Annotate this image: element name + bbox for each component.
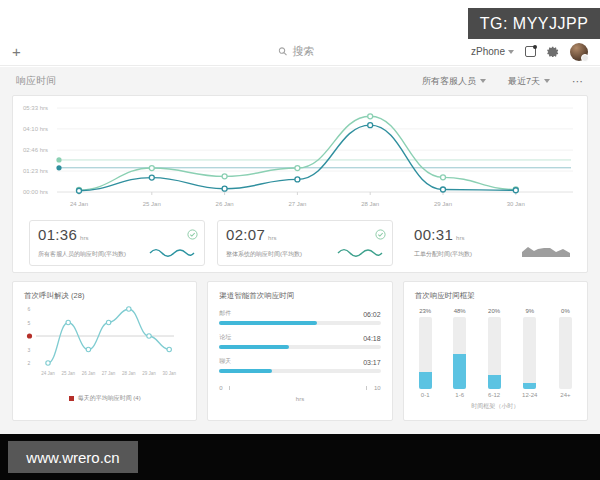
chevron-down-icon bbox=[480, 79, 486, 83]
agent-filter-dropdown[interactable]: 所有客服人员 bbox=[422, 75, 486, 88]
dashboard-header: 响应时间 所有客服人员 最近7天 ⋯ bbox=[0, 67, 600, 95]
svg-text:24 Jan: 24 Jan bbox=[41, 371, 55, 376]
kpi-label: 整体系统的响应时间(平均数) bbox=[226, 250, 302, 259]
watermark-top: TG: MYYJJPP bbox=[468, 8, 600, 39]
data-point bbox=[295, 166, 300, 171]
average-marker bbox=[56, 157, 61, 162]
kpi-value: 00:31 bbox=[414, 226, 453, 243]
svg-text:27 Jan: 27 Jan bbox=[102, 371, 116, 376]
app-toolbar: + 搜索 zPhone bbox=[0, 38, 600, 66]
bracket-percent-label: 23% bbox=[419, 308, 431, 314]
channel-value: 04:18 bbox=[363, 335, 381, 342]
legend-swatch bbox=[69, 396, 74, 401]
svg-text:30 Jan: 30 Jan bbox=[507, 201, 525, 207]
axis-tick bbox=[366, 386, 367, 390]
legend-label: 每天的平均响应时间 (4) bbox=[78, 394, 141, 403]
first-call-resolution-panel: 首次呼叫解决 (28) 2345624 Jan25 Jan26 Jan27 Ja… bbox=[12, 281, 197, 421]
add-tab-button[interactable]: + bbox=[12, 44, 21, 59]
chart-legend: 每天的平均响应时间 (4) bbox=[24, 394, 185, 403]
bracket-column: 23%0-1 bbox=[419, 308, 432, 398]
svg-text:24 Jan: 24 Jan bbox=[70, 201, 88, 207]
data-point bbox=[147, 334, 151, 338]
kpi-card-assignment-avg: 00:31hrs 工单分配时间(平均数) bbox=[405, 220, 581, 266]
bar-fill bbox=[219, 369, 272, 373]
response-time-line-chart: 00:00 hrs01:23 hrs02:46 hrs04:10 hrs05:3… bbox=[13, 96, 589, 220]
kpi-unit: hrs bbox=[456, 235, 464, 241]
search-placeholder: 搜索 bbox=[292, 44, 314, 59]
bracket-category-label: 12-24 bbox=[522, 392, 537, 398]
bar-track bbox=[219, 345, 380, 349]
data-point bbox=[77, 188, 82, 193]
data-point bbox=[167, 347, 171, 351]
svg-text:25 Jan: 25 Jan bbox=[143, 201, 161, 207]
svg-text:00:00 hrs: 00:00 hrs bbox=[23, 189, 48, 195]
svg-text:26 Jan: 26 Jan bbox=[82, 371, 96, 376]
channel-response-panel: 渠道智能首次响应时间 邮件06:02论坛04:18聊天03:17 0 10 hr… bbox=[207, 281, 392, 421]
bar-fill bbox=[219, 345, 288, 349]
kpi-value: 01:36 bbox=[38, 226, 77, 243]
svg-text:28 Jan: 28 Jan bbox=[122, 371, 136, 376]
data-point bbox=[441, 187, 446, 192]
svg-text:5: 5 bbox=[28, 320, 31, 326]
data-point bbox=[513, 188, 518, 193]
avatar[interactable] bbox=[570, 43, 588, 61]
svg-text:28 Jan: 28 Jan bbox=[361, 201, 379, 207]
x-axis-title: 时间框架（小时） bbox=[415, 402, 576, 411]
data-point bbox=[368, 114, 373, 119]
response-brackets-panel: 首次响应时间框架 23%0-148%1-620%6-129%12-240%24+… bbox=[403, 281, 588, 421]
data-point bbox=[127, 307, 131, 311]
data-point bbox=[86, 347, 90, 351]
bracket-category-label: 6-12 bbox=[488, 392, 500, 398]
settings-gear-icon[interactable] bbox=[547, 43, 559, 61]
svg-text:3: 3 bbox=[28, 347, 31, 353]
more-menu-button[interactable]: ⋯ bbox=[572, 75, 584, 88]
bracket-category-label: 1-6 bbox=[455, 392, 464, 398]
screenshot-root: + 搜索 zPhone 响应时间 所有客服人员 bbox=[0, 0, 600, 480]
channel-label: 邮件 bbox=[219, 309, 231, 318]
kpi-label: 工单分配时间(平均数) bbox=[414, 250, 472, 259]
data-point bbox=[295, 177, 300, 182]
check-circle-icon bbox=[375, 226, 386, 244]
kpi-row: 01:36hrs 所有客服人员的响应时间(平均数) 02:07hrs 整体系统的… bbox=[29, 220, 581, 266]
dashboard-content: 响应时间 所有客服人员 最近7天 ⋯ 00:00 hrs01:23 hrs02:… bbox=[0, 67, 600, 434]
bottom-panels-row: 首次呼叫解决 (28) 2345624 Jan25 Jan26 Jan27 Ja… bbox=[12, 281, 588, 421]
bracket-percent-label: 48% bbox=[454, 308, 466, 314]
bar-track bbox=[453, 317, 466, 389]
kpi-unit: hrs bbox=[80, 235, 88, 241]
x-axis-title: hrs bbox=[219, 396, 380, 402]
svg-text:30 Jan: 30 Jan bbox=[162, 371, 176, 376]
data-point bbox=[441, 175, 446, 180]
bracket-columns-container: 23%0-148%1-620%6-129%12-240%24+ bbox=[415, 308, 576, 398]
date-range-label: 最近7天 bbox=[508, 75, 540, 88]
svg-text:01:23 hrs: 01:23 hrs bbox=[23, 168, 48, 174]
data-point bbox=[368, 123, 373, 128]
bracket-percent-label: 20% bbox=[488, 308, 500, 314]
first-call-resolution-line-chart: 2345624 Jan25 Jan26 Jan27 Jan28 Jan29 Ja… bbox=[24, 301, 182, 389]
kpi-label: 所有客服人员的响应时间(平均数) bbox=[38, 250, 126, 259]
bracket-percent-label: 9% bbox=[525, 308, 534, 314]
apps-icon[interactable] bbox=[525, 46, 536, 57]
kpi-card-agents-avg: 01:36hrs 所有客服人员的响应时间(平均数) bbox=[29, 220, 205, 266]
data-point bbox=[149, 175, 154, 180]
channel-bars-container: 邮件06:02论坛04:18聊天03:17 bbox=[219, 309, 380, 373]
bracket-category-label: 0-1 bbox=[421, 392, 430, 398]
search-input[interactable]: 搜索 bbox=[278, 44, 314, 59]
kpi-value: 02:07 bbox=[226, 226, 265, 243]
agent-filter-label: 所有客服人员 bbox=[422, 75, 476, 88]
bracket-column: 48%1-6 bbox=[453, 308, 466, 398]
panel-title: 渠道智能首次响应时间 bbox=[219, 291, 380, 301]
bar-track bbox=[219, 321, 380, 325]
filter-bar: 所有客服人员 最近7天 ⋯ bbox=[422, 75, 584, 88]
area-sparkline-icon bbox=[520, 243, 572, 262]
response-time-panel: 00:00 hrs01:23 hrs02:46 hrs04:10 hrs05:3… bbox=[12, 95, 588, 273]
svg-text:05:33 hrs: 05:33 hrs bbox=[23, 105, 48, 111]
device-selector[interactable]: zPhone bbox=[471, 46, 514, 57]
data-point bbox=[222, 186, 227, 191]
chevron-down-icon bbox=[508, 50, 514, 54]
date-range-dropdown[interactable]: 最近7天 bbox=[508, 75, 550, 88]
data-point bbox=[106, 320, 110, 324]
channel-value: 03:17 bbox=[363, 359, 381, 366]
data-point bbox=[66, 320, 70, 324]
svg-text:25 Jan: 25 Jan bbox=[61, 371, 75, 376]
svg-text:2: 2 bbox=[28, 360, 31, 366]
